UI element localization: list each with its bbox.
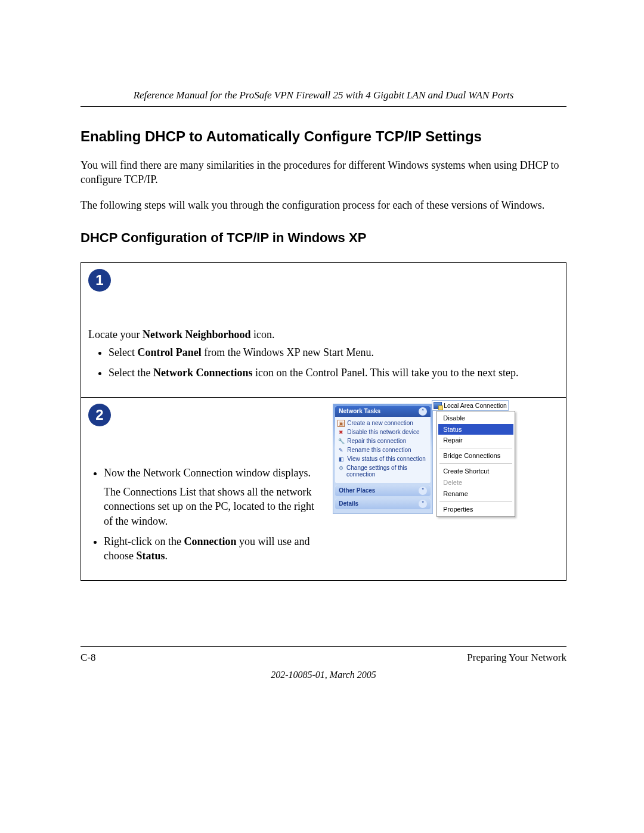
ctx-properties[interactable]: Properties	[438, 504, 513, 515]
s2b2-pre: Right-click on the	[104, 535, 184, 547]
step-1-intro-post: icon.	[250, 329, 274, 340]
expand-icon[interactable]: ˅	[419, 487, 427, 495]
page-header: Reference Manual for the ProSafe VPN Fir…	[80, 89, 566, 107]
ctx-separator	[439, 463, 512, 464]
s2b1b: The Connections List that shows all the …	[104, 486, 314, 527]
xp-task-panel: Network Tasks ˄ ▣ Create a new connectio…	[333, 404, 433, 514]
xp-other-places-section: Other Places ˅	[335, 485, 431, 496]
xp-link-rename-connection-label: Rename this connection	[347, 447, 411, 454]
lan-and-menu-column: Local Area Connection Disable Status Rep…	[436, 404, 544, 517]
xp-link-rename-connection[interactable]: ✎ Rename this connection	[338, 446, 428, 455]
footer-row: C-8 Preparing Your Network	[80, 652, 566, 664]
new-connection-icon: ▣	[338, 420, 345, 427]
xp-link-disable-device[interactable]: ✖ Disable this network device	[338, 428, 428, 437]
step-2-text-column: 2 Now the Network Connection window disp…	[88, 404, 324, 569]
s1b1-pre: Select	[109, 346, 137, 358]
lan-connection-label: Local Area Connection	[444, 401, 507, 410]
step-2-badge: 2	[88, 404, 111, 426]
xp-network-tasks-header[interactable]: Network Tasks ˄	[335, 406, 431, 417]
ctx-rename[interactable]: Rename	[438, 488, 513, 500]
xp-link-repair-connection[interactable]: 🔧 Repair this connection	[338, 437, 428, 446]
disable-icon: ✖	[338, 429, 345, 436]
xp-link-change-settings[interactable]: ⚙ Change settings of this connection	[338, 464, 428, 479]
step-1-badge: 1	[88, 269, 111, 292]
settings-icon: ⚙	[338, 465, 344, 472]
step-1-cell: 1 Locate your Network Neighborhood icon.…	[81, 262, 566, 397]
step-2-cell: 2 Now the Network Connection window disp…	[81, 397, 566, 580]
footer-doc-id: 202-10085-01, March 2005	[80, 670, 566, 680]
step-2-bullets: Now the Network Connection window displa…	[88, 466, 324, 563]
xp-details-label: Details	[339, 500, 358, 508]
ctx-bridge[interactable]: Bridge Connections	[438, 450, 513, 462]
xp-details-section: Details ˅	[335, 498, 431, 509]
footer-page-number: C-8	[80, 652, 96, 664]
step-2-bullet-2: Right-click on the Connection you will u…	[104, 534, 324, 563]
steps-table: 1 Locate your Network Neighborhood icon.…	[80, 262, 566, 581]
s1b2-bold: Network Connections	[153, 367, 253, 379]
xp-link-disable-device-label: Disable this network device	[347, 429, 419, 436]
s2b1: Now the Network Connection window displa…	[104, 467, 311, 479]
rename-icon: ✎	[338, 447, 345, 454]
ctx-delete: Delete	[438, 477, 513, 488]
step-1-bullet-1: Select Control Panel from the Windows XP…	[109, 345, 559, 360]
xp-other-places-header[interactable]: Other Places ˅	[335, 485, 431, 496]
s1b2-pre: Select the	[109, 367, 153, 379]
s2b2-bold2: Status	[136, 550, 165, 562]
status-icon: ◧	[338, 456, 345, 463]
paragraph-1: You will find there are many similaritie…	[80, 158, 566, 187]
ctx-create-shortcut[interactable]: Create Shortcut	[438, 466, 513, 477]
repair-icon: 🔧	[338, 438, 345, 445]
step-1-bullets: Select Control Panel from the Windows XP…	[88, 345, 559, 380]
context-menu: Disable Status Repair Bridge Connections…	[436, 411, 515, 517]
xp-network-tasks-label: Network Tasks	[339, 407, 380, 416]
section-heading: Enabling DHCP to Automatically Configure…	[80, 128, 566, 145]
footer-rule	[80, 646, 566, 647]
lan-connection-item[interactable]: Local Area Connection	[432, 400, 509, 411]
s1b1-bold: Control Panel	[137, 346, 201, 358]
subsection-heading: DHCP Configuration of TCP/IP in Windows …	[80, 230, 566, 246]
xp-network-tasks-section: Network Tasks ˄ ▣ Create a new connectio…	[335, 406, 431, 483]
xp-other-places-label: Other Places	[339, 487, 375, 495]
s2b2-post: .	[165, 550, 168, 562]
s1b1-post: from the Windows XP new Start Menu.	[202, 346, 374, 358]
step-2-bullet-1: Now the Network Connection window displa…	[104, 466, 324, 528]
step-1-intro: Locate your Network Neighborhood icon.	[88, 327, 559, 342]
xp-link-create-connection[interactable]: ▣ Create a new connection	[338, 419, 428, 428]
ctx-status[interactable]: Status	[438, 424, 513, 435]
s1b2-post: icon on the Control Panel. This will tak…	[252, 367, 518, 379]
xp-link-repair-connection-label: Repair this connection	[347, 438, 406, 445]
footer-section-title: Preparing Your Network	[467, 652, 566, 664]
collapse-icon[interactable]: ˄	[419, 407, 427, 416]
document-page: Reference Manual for the ProSafe VPN Fir…	[0, 0, 644, 833]
xp-link-view-status-label: View status of this connection	[347, 456, 426, 463]
ctx-repair[interactable]: Repair	[438, 435, 513, 446]
xp-network-tasks-body: ▣ Create a new connection ✖ Disable this…	[335, 417, 431, 483]
step-1-intro-bold: Network Neighborhood	[143, 329, 251, 340]
step-1-bullet-2: Select the Network Connections icon on t…	[109, 366, 559, 380]
lan-icon	[434, 402, 442, 409]
ctx-separator	[439, 501, 512, 502]
xp-link-create-connection-label: Create a new connection	[347, 420, 413, 427]
xp-link-view-status[interactable]: ◧ View status of this connection	[338, 455, 428, 464]
ctx-separator	[439, 448, 512, 448]
paragraph-2: The following steps will walk you throug…	[80, 198, 566, 212]
s2b2-bold: Connection	[184, 535, 236, 547]
expand-icon[interactable]: ˅	[419, 500, 427, 508]
step-1-intro-pre: Locate your	[88, 329, 143, 340]
xp-link-change-settings-label: Change settings of this connection	[346, 465, 428, 478]
step-2-screenshot-column: Network Tasks ˄ ▣ Create a new connectio…	[333, 404, 559, 569]
xp-details-header[interactable]: Details ˅	[335, 498, 431, 509]
ctx-disable[interactable]: Disable	[438, 413, 513, 424]
